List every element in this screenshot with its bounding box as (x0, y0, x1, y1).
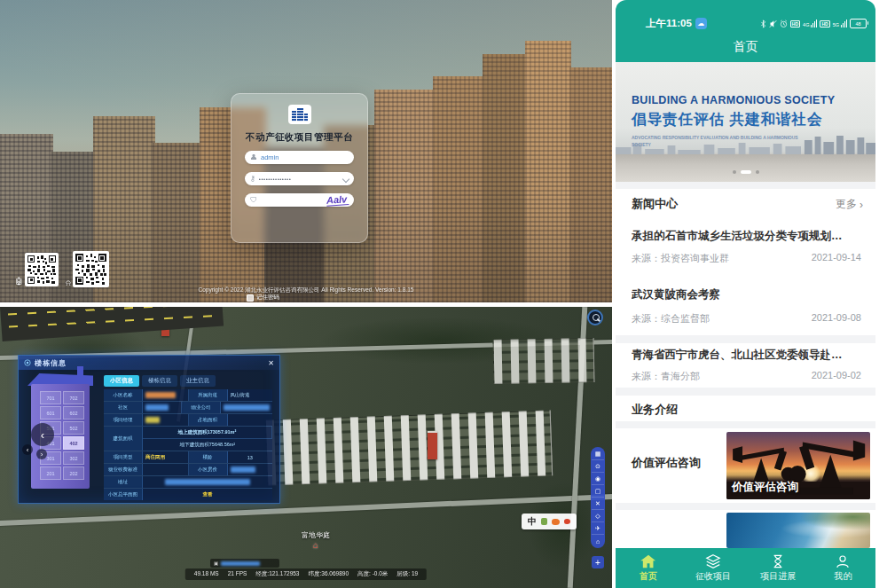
remember-checkbox[interactable] (247, 294, 254, 302)
field-label: 项目类型 (104, 451, 143, 463)
section-gap (616, 421, 875, 428)
carousel-dot[interactable] (756, 170, 759, 174)
ime-mode-label: 中 (528, 515, 537, 528)
tab-progress[interactable]: 项目进展 (746, 548, 811, 588)
room-cell[interactable]: 702 (63, 391, 84, 404)
captcha-field[interactable]: 🛡︎ Aalv (245, 193, 354, 207)
business-item[interactable] (616, 510, 875, 548)
panel-title: 楼栋信息 (35, 358, 67, 368)
field-label: 物业公司 (182, 402, 221, 413)
map-poi[interactable]: 富地华庭 ⌂︎ (302, 530, 330, 550)
business-section-header: 业务介绍 (616, 396, 875, 421)
app-header: 上午11:05 ☁︎ HD 4G HD 5G 48 首页 (616, 0, 875, 62)
tab-home[interactable]: 首页 (616, 548, 680, 588)
room-cell[interactable]: 701 (40, 391, 61, 404)
field-label: 楼龄 (189, 451, 228, 463)
tab-owner-info[interactable]: 业主信息 (180, 375, 216, 387)
news-item[interactable]: 承担的石首市城乡生活垃圾分类专项规划… 来源：投资咨询事业群 2021-09-1… (616, 218, 875, 276)
news-date: 2021-09-08 (812, 312, 861, 325)
clear-tool-icon[interactable]: ✕ (592, 498, 604, 510)
room-cell[interactable]: 601 (40, 406, 61, 419)
layer-selector[interactable]: ▣︎ (210, 559, 279, 568)
field-value (143, 389, 189, 401)
ime-toolbar[interactable]: 中 (522, 514, 577, 529)
blurred-value (165, 479, 250, 485)
view-plan-link[interactable]: 查看 (203, 491, 213, 498)
home-icon (640, 554, 656, 568)
longitude: 经度:121.172953 (255, 570, 299, 578)
sim1-signal-icon: 4G (803, 20, 817, 27)
nav-left-button[interactable]: ‹ (22, 444, 33, 455)
ios-app-qr-code (73, 251, 109, 287)
room-cell[interactable]: 202 (63, 466, 84, 480)
carousel-dots (616, 170, 875, 174)
business-item[interactable]: 价值评估咨询 价值评估咨询 (616, 428, 875, 503)
show-password-icon[interactable] (342, 175, 349, 182)
room-cell-selected[interactable]: 402 (63, 436, 84, 450)
username-value: admin (261, 153, 279, 161)
ime-v-icon (541, 518, 547, 525)
home-tool-icon[interactable]: ⌂ (592, 536, 604, 546)
status-time: 上午11:05 ☁︎ (646, 17, 707, 30)
room-cell[interactable]: 502 (63, 421, 84, 435)
news-date: 2021-09-02 (812, 370, 861, 383)
measure-tool-icon[interactable]: ◇ (592, 511, 604, 522)
layers-tool-icon[interactable]: ▦ (592, 449, 604, 460)
news-meta: 来源：综合监督部 2021-09-08 (616, 312, 875, 325)
map-side-toolbar: ▦ ⊙ ◉ ▢ ✕ ◇ ✈ ⌂ (591, 447, 605, 548)
room-cell[interactable]: 201 (40, 466, 61, 480)
nav-right-button[interactable]: › (36, 449, 47, 459)
news-section-header: 新闻中心 更多› (616, 189, 875, 219)
image-caption: 价值评估咨询 (732, 480, 798, 495)
info-table: 小区名称 所属街道 凤山街道 社区 物业公司 项目经理 占地面积 (104, 389, 272, 500)
page-title: 首页 (616, 39, 875, 55)
news-item[interactable]: 青海省西宁市虎台、北山社区党委领导赴… 来源：青海分部 2021-09-02 (616, 343, 875, 388)
battery-icon: 48 (850, 19, 867, 28)
info-tabs: 小区信息 楼栋信息 业主信息 (104, 375, 216, 387)
target-tool-icon[interactable]: ◉ (592, 474, 604, 485)
fly-tool-icon[interactable]: ✈ (592, 523, 604, 535)
news-header: 新闻中心 (632, 196, 678, 212)
password-field[interactable]: ⚷︎ •••••••••••••• (245, 172, 354, 185)
news-source: 来源：青海分部 (632, 370, 700, 383)
poi-label: 富地华庭 (302, 530, 330, 540)
news-date: 2021-09-14 (812, 252, 861, 265)
room-cell[interactable]: 602 (63, 406, 84, 419)
zoom-in-button[interactable]: + (592, 556, 604, 568)
select-tool-icon[interactable]: ▢ (592, 486, 604, 498)
key-icon: ⚷︎ (250, 176, 255, 183)
fps: 21 FPS (228, 570, 247, 578)
password-value: •••••••••••••• (259, 176, 291, 182)
tab-community-info[interactable]: 小区信息 (104, 375, 139, 387)
username-field[interactable]: 👤︎ admin (245, 151, 354, 164)
blurred-value (145, 404, 169, 411)
hd-badge: HD (790, 20, 800, 27)
field-value: 地上建筑面积173057.91m² (143, 427, 272, 438)
tab-building-info[interactable]: 楼栋信息 (142, 375, 177, 387)
building-panel-icon (24, 359, 31, 366)
field-label: 项目经理 (104, 414, 143, 426)
captcha-image[interactable]: Aalv (326, 194, 349, 207)
banner-carousel[interactable]: BUILDING A HARMONIOUS SOCIETY 倡导责任评估 共建和… (616, 62, 875, 182)
tab-projects[interactable]: 征收项目 (680, 548, 745, 588)
news-more-link[interactable]: 更多› (836, 197, 863, 212)
carousel-dot-active[interactable] (741, 170, 751, 174)
rotate-left-button[interactable]: ‹ (31, 423, 54, 446)
remember-password[interactable]: 记住密码 (247, 294, 279, 302)
close-icon[interactable]: ✕ (268, 359, 274, 367)
field-label: 建筑面积 (104, 427, 143, 451)
field-value (228, 464, 273, 475)
news-item[interactable]: 武汉黄陂商会考察 来源：综合监督部 2021-09-08 (616, 275, 875, 335)
status-icons: HD 4G HD 5G 48 (760, 19, 867, 28)
locate-tool-icon[interactable]: ⊙ (592, 461, 604, 473)
platform-logo (288, 105, 311, 124)
blurred-value (231, 466, 255, 473)
field-value: 地下建筑面积75648.56m² (143, 438, 272, 451)
mute-icon (769, 20, 777, 28)
room-cell[interactable]: 302 (63, 451, 84, 465)
map-3d-view[interactable]: ▦ ⊙ ◉ ▢ ✕ ◇ ✈ ⌂ + 楼栋信息 ✕ 701 702 601 60 (0, 307, 612, 588)
tab-mine[interactable]: 我的 (811, 548, 875, 588)
map-search-button[interactable] (587, 310, 603, 325)
news-title: 承担的石首市城乡生活垃圾分类专项规划… (632, 229, 860, 244)
carousel-dot[interactable] (733, 170, 736, 174)
